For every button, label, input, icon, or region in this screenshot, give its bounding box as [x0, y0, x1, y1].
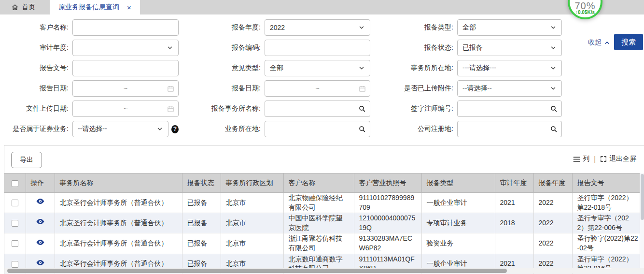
- cell-type: 一般企业审计: [421, 193, 495, 213]
- view-button[interactable]: [36, 238, 45, 247]
- header-region: 事务所行政区划: [221, 173, 283, 193]
- field-report-date: 报告日期: ~: [0, 80, 179, 97]
- vertical-scrollbar[interactable]: [640, 173, 644, 268]
- exit-fullscreen-icon: [600, 156, 607, 162]
- field-label: 意见类型:: [179, 64, 265, 72]
- field-label: 签字注师编号:: [370, 104, 457, 113]
- field-label: 报告文号:: [0, 64, 72, 72]
- search-icon: [550, 125, 558, 133]
- filing-status-select[interactable]: 已报备: [457, 40, 562, 56]
- opinion-type-select[interactable]: 全部: [265, 60, 370, 76]
- audit-year-select[interactable]: [72, 40, 179, 56]
- view-button[interactable]: [36, 258, 45, 267]
- horizontal-scrollbar-thumb[interactable]: [7, 269, 507, 273]
- header-filing-year: 报备年度: [533, 173, 572, 193]
- cell-status: 已报备: [182, 213, 221, 233]
- chevron-down-icon: [550, 44, 557, 51]
- field-filing-type: 报备类型: 全部: [370, 19, 562, 36]
- columns-toggle[interactable]: 列: [573, 155, 589, 163]
- tab-home[interactable]: 首页: [0, 0, 45, 14]
- business-location-search[interactable]: [265, 121, 370, 137]
- customer-name-input[interactable]: [72, 19, 179, 36]
- header-report-no: 报告文号: [572, 173, 644, 193]
- cell-license: 91330283MA7ECW6P82: [354, 233, 421, 254]
- eye-icon: [36, 197, 45, 206]
- cell-audit-year: [495, 233, 533, 254]
- field-file-upload-date: 文件上传日期: ~: [0, 101, 179, 117]
- cell-audit-year: 2018: [495, 213, 533, 233]
- filing-firm-name-search[interactable]: [265, 101, 370, 117]
- field-label: 文件上传日期:: [0, 104, 72, 113]
- cell-client: 浙江甬聚芯仿科技有限公司: [283, 233, 354, 254]
- filing-code-input[interactable]: [265, 40, 370, 56]
- field-label: 报备编码:: [179, 43, 265, 52]
- row-checkbox[interactable]: [12, 240, 18, 247]
- exit-fullscreen-button[interactable]: 退出全屏: [600, 155, 636, 163]
- field-filing-date: 报备日期: ~: [179, 80, 370, 97]
- cell-status: 已报备: [182, 193, 221, 213]
- attachment-uploaded-select[interactable]: --请选择--: [457, 80, 562, 97]
- gauge-speed: ↑0.05K/s: [570, 10, 601, 15]
- signing-cpa-number-search[interactable]: [457, 101, 562, 117]
- cell-client: 中国中医科学院望京医院: [283, 213, 354, 233]
- field-firm-location: 事务所所在地: ---请选择---: [370, 60, 562, 76]
- chevron-down-icon: [358, 65, 365, 72]
- field-audit-year: 审计年度:: [0, 40, 179, 56]
- filing-year-select[interactable]: 2022: [265, 19, 370, 36]
- firm-location-select[interactable]: ---请选择---: [457, 60, 562, 76]
- columns-icon: [573, 156, 580, 162]
- exit-fullscreen-label: 退出全屏: [609, 155, 636, 163]
- field-label: 报备类型:: [370, 23, 457, 32]
- company-registration-search[interactable]: [457, 121, 562, 137]
- cell-type: 验资业务: [421, 233, 495, 254]
- search-icon: [358, 125, 366, 133]
- cell-filing-year: 2022: [533, 193, 572, 213]
- tab-bar: 首页 原业务报备信息查询 ×: [0, 0, 644, 14]
- help-icon[interactable]: ?: [171, 125, 179, 133]
- field-label: 审计年度:: [0, 43, 72, 52]
- row-checkbox[interactable]: [12, 200, 18, 206]
- report-number-input[interactable]: [72, 60, 179, 76]
- field-attachment-uploaded: 是否已上传附件: --请选择--: [370, 80, 562, 97]
- filing-type-select[interactable]: 全部: [457, 19, 562, 36]
- cell-region: 北京市: [221, 233, 283, 254]
- file-upload-date-range[interactable]: ~: [72, 101, 179, 117]
- row-checkbox[interactable]: [12, 261, 18, 268]
- field-signing-cpa-number: 签字注师编号:: [370, 101, 562, 117]
- table-toolbar: 导出 列 | 退出全屏: [4, 145, 644, 173]
- header-firm: 事务所名称: [55, 173, 182, 193]
- header-audit-year: 审计年度: [495, 173, 533, 193]
- table-header-row: 操作 事务所名称 报备状态 事务所行政区划 客户名称 客户营业执照号 报备类型 …: [4, 173, 644, 193]
- cell-license: 911101027899989709: [354, 193, 421, 213]
- select-all-checkbox[interactable]: [12, 180, 18, 187]
- close-tab-icon[interactable]: ×: [127, 4, 131, 11]
- filing-date-range[interactable]: ~: [265, 80, 370, 97]
- field-label: 事务所所在地:: [370, 64, 457, 72]
- cell-filing-year: 2022: [533, 233, 572, 254]
- chevron-up-icon: [604, 40, 610, 46]
- horizontal-scrollbar[interactable]: [4, 268, 644, 274]
- row-checkbox[interactable]: [12, 220, 18, 227]
- search-button[interactable]: 搜索: [614, 34, 643, 50]
- chevron-down-icon: [550, 65, 557, 72]
- cell-type: 专项审计业务: [421, 213, 495, 233]
- header-status: 报备状态: [182, 173, 221, 193]
- report-date-range[interactable]: ~: [72, 80, 179, 97]
- vertical-scrollbar-thumb[interactable]: [641, 174, 644, 220]
- field-filing-year: 报备年度: 2022: [179, 19, 370, 36]
- field-label: 报备年度:: [179, 23, 265, 32]
- cell-report-no: 圣行验字(2022)第22-02号: [572, 233, 644, 254]
- search-icon: [358, 105, 366, 113]
- cell-filing-year: 2022: [533, 213, 572, 233]
- collapse-filters-link[interactable]: 收起: [588, 38, 610, 47]
- tab-active[interactable]: 原业务报备信息查询 ×: [50, 0, 140, 14]
- field-label: 公司注册地:: [370, 125, 457, 133]
- home-icon: [12, 4, 18, 11]
- eye-icon: [36, 217, 45, 226]
- export-button[interactable]: 导出: [11, 152, 42, 168]
- view-button[interactable]: [36, 197, 45, 206]
- cell-firm: 北京圣行会计师事务所（普通合伙）: [55, 193, 182, 213]
- securities-business-select[interactable]: --请选择--: [72, 121, 168, 137]
- view-button[interactable]: [36, 217, 45, 226]
- results-panel: 导出 列 | 退出全屏: [4, 145, 644, 274]
